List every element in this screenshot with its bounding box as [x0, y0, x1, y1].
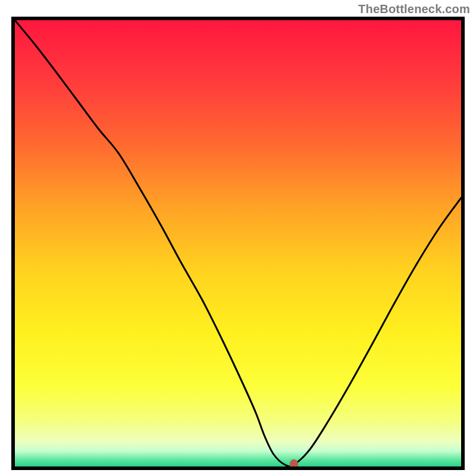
- chart-frame: [11, 17, 465, 470]
- chart-background: [15, 20, 461, 466]
- optimal-point-marker: [290, 459, 298, 470]
- watermark-text: TheBottleneck.com: [358, 2, 470, 16]
- bottleneck-chart: [15, 20, 461, 466]
